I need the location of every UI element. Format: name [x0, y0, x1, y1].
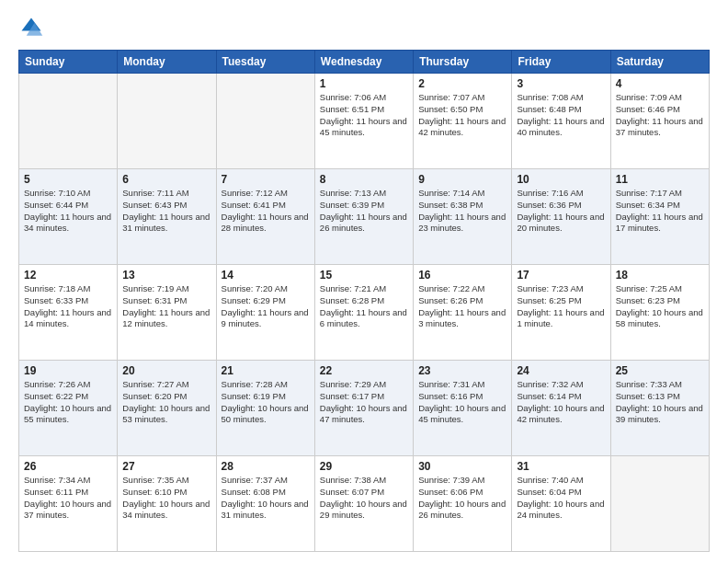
day-info: Sunrise: 7:21 AM Sunset: 6:28 PM Dayligh…: [320, 283, 408, 330]
day-number: 28: [222, 460, 310, 473]
day-info: Sunrise: 7:26 AM Sunset: 6:22 PM Dayligh…: [24, 379, 112, 426]
day-info: Sunrise: 7:35 AM Sunset: 6:10 PM Dayligh…: [122, 475, 210, 522]
table-row: 22Sunrise: 7:29 AM Sunset: 6:17 PM Dayli…: [314, 361, 413, 456]
day-number: 23: [418, 364, 506, 377]
table-row: 31Sunrise: 7:40 AM Sunset: 6:04 PM Dayli…: [512, 456, 610, 552]
calendar-week-row: 19Sunrise: 7:26 AM Sunset: 6:22 PM Dayli…: [19, 361, 710, 456]
table-row: 13Sunrise: 7:19 AM Sunset: 6:31 PM Dayli…: [118, 265, 216, 361]
day-info: Sunrise: 7:16 AM Sunset: 6:36 PM Dayligh…: [517, 188, 605, 235]
table-row: [19, 74, 118, 169]
table-row: 6Sunrise: 7:11 AM Sunset: 6:43 PM Daylig…: [118, 169, 216, 265]
table-row: 15Sunrise: 7:21 AM Sunset: 6:28 PM Dayli…: [314, 265, 413, 361]
logo: [18, 15, 48, 40]
table-row: 23Sunrise: 7:31 AM Sunset: 6:16 PM Dayli…: [414, 361, 512, 456]
day-number: 21: [222, 364, 310, 377]
day-number: 9: [418, 173, 506, 186]
day-number: 29: [320, 460, 408, 473]
table-row: 17Sunrise: 7:23 AM Sunset: 6:25 PM Dayli…: [512, 265, 610, 361]
day-number: 17: [517, 269, 605, 282]
calendar-table: Sunday Monday Tuesday Wednesday Thursday…: [18, 50, 710, 552]
day-number: 19: [24, 364, 112, 377]
table-row: 28Sunrise: 7:37 AM Sunset: 6:08 PM Dayli…: [216, 456, 314, 552]
col-thursday: Thursday: [414, 51, 512, 74]
day-number: 26: [24, 460, 112, 473]
day-info: Sunrise: 7:23 AM Sunset: 6:25 PM Dayligh…: [517, 283, 605, 330]
col-tuesday: Tuesday: [216, 51, 314, 74]
table-row: 16Sunrise: 7:22 AM Sunset: 6:26 PM Dayli…: [414, 265, 512, 361]
calendar-week-row: 12Sunrise: 7:18 AM Sunset: 6:33 PM Dayli…: [19, 265, 710, 361]
col-monday: Monday: [118, 51, 216, 74]
day-number: 27: [122, 460, 210, 473]
day-info: Sunrise: 7:34 AM Sunset: 6:11 PM Dayligh…: [24, 475, 112, 522]
table-row: 1Sunrise: 7:06 AM Sunset: 6:51 PM Daylig…: [314, 74, 413, 169]
day-number: 13: [122, 269, 210, 282]
calendar-week-row: 5Sunrise: 7:10 AM Sunset: 6:44 PM Daylig…: [19, 169, 710, 265]
table-row: 24Sunrise: 7:32 AM Sunset: 6:14 PM Dayli…: [512, 361, 610, 456]
table-row: 21Sunrise: 7:28 AM Sunset: 6:19 PM Dayli…: [216, 361, 314, 456]
table-row: 11Sunrise: 7:17 AM Sunset: 6:34 PM Dayli…: [610, 169, 709, 265]
table-row: 29Sunrise: 7:38 AM Sunset: 6:07 PM Dayli…: [314, 456, 413, 552]
page: Sunday Monday Tuesday Wednesday Thursday…: [0, 0, 728, 563]
day-number: 25: [616, 364, 704, 377]
day-info: Sunrise: 7:17 AM Sunset: 6:34 PM Dayligh…: [616, 188, 704, 235]
day-number: 2: [418, 77, 506, 90]
day-number: 24: [517, 364, 605, 377]
day-number: 16: [418, 269, 506, 282]
day-number: 30: [418, 460, 506, 473]
day-info: Sunrise: 7:33 AM Sunset: 6:13 PM Dayligh…: [616, 379, 704, 426]
table-row: 10Sunrise: 7:16 AM Sunset: 6:36 PM Dayli…: [512, 169, 610, 265]
col-saturday: Saturday: [610, 51, 709, 74]
day-number: 1: [320, 77, 408, 90]
table-row: 8Sunrise: 7:13 AM Sunset: 6:39 PM Daylig…: [314, 169, 413, 265]
day-number: 12: [24, 269, 112, 282]
day-info: Sunrise: 7:39 AM Sunset: 6:06 PM Dayligh…: [418, 475, 506, 522]
logo-icon: [18, 15, 44, 40]
table-row: 25Sunrise: 7:33 AM Sunset: 6:13 PM Dayli…: [610, 361, 709, 456]
table-row: [610, 456, 709, 552]
day-number: 18: [616, 269, 704, 282]
day-info: Sunrise: 7:14 AM Sunset: 6:38 PM Dayligh…: [418, 188, 506, 235]
day-info: Sunrise: 7:32 AM Sunset: 6:14 PM Dayligh…: [517, 379, 605, 426]
calendar-header-row: Sunday Monday Tuesday Wednesday Thursday…: [19, 51, 710, 74]
header: [18, 15, 710, 40]
col-friday: Friday: [512, 51, 610, 74]
day-info: Sunrise: 7:31 AM Sunset: 6:16 PM Dayligh…: [418, 379, 506, 426]
table-row: 3Sunrise: 7:08 AM Sunset: 6:48 PM Daylig…: [512, 74, 610, 169]
table-row: 4Sunrise: 7:09 AM Sunset: 6:46 PM Daylig…: [610, 74, 709, 169]
day-number: 7: [222, 173, 310, 186]
day-info: Sunrise: 7:20 AM Sunset: 6:29 PM Dayligh…: [222, 283, 310, 330]
day-number: 10: [517, 173, 605, 186]
day-info: Sunrise: 7:22 AM Sunset: 6:26 PM Dayligh…: [418, 283, 506, 330]
table-row: 27Sunrise: 7:35 AM Sunset: 6:10 PM Dayli…: [118, 456, 216, 552]
day-number: 8: [320, 173, 408, 186]
table-row: 20Sunrise: 7:27 AM Sunset: 6:20 PM Dayli…: [118, 361, 216, 456]
day-number: 4: [616, 77, 704, 90]
day-info: Sunrise: 7:13 AM Sunset: 6:39 PM Dayligh…: [320, 188, 408, 235]
day-info: Sunrise: 7:37 AM Sunset: 6:08 PM Dayligh…: [222, 475, 310, 522]
table-row: 19Sunrise: 7:26 AM Sunset: 6:22 PM Dayli…: [19, 361, 118, 456]
day-info: Sunrise: 7:38 AM Sunset: 6:07 PM Dayligh…: [320, 475, 408, 522]
day-number: 31: [517, 460, 605, 473]
table-row: 26Sunrise: 7:34 AM Sunset: 6:11 PM Dayli…: [19, 456, 118, 552]
day-info: Sunrise: 7:10 AM Sunset: 6:44 PM Dayligh…: [24, 188, 112, 235]
day-info: Sunrise: 7:12 AM Sunset: 6:41 PM Dayligh…: [222, 188, 310, 235]
table-row: [216, 74, 314, 169]
day-info: Sunrise: 7:19 AM Sunset: 6:31 PM Dayligh…: [122, 283, 210, 330]
day-info: Sunrise: 7:06 AM Sunset: 6:51 PM Dayligh…: [320, 92, 408, 139]
day-number: 3: [517, 77, 605, 90]
table-row: [118, 74, 216, 169]
calendar-week-row: 26Sunrise: 7:34 AM Sunset: 6:11 PM Dayli…: [19, 456, 710, 552]
day-info: Sunrise: 7:11 AM Sunset: 6:43 PM Dayligh…: [122, 188, 210, 235]
calendar-week-row: 1Sunrise: 7:06 AM Sunset: 6:51 PM Daylig…: [19, 74, 710, 169]
day-info: Sunrise: 7:27 AM Sunset: 6:20 PM Dayligh…: [122, 379, 210, 426]
day-info: Sunrise: 7:08 AM Sunset: 6:48 PM Dayligh…: [517, 92, 605, 139]
table-row: 14Sunrise: 7:20 AM Sunset: 6:29 PM Dayli…: [216, 265, 314, 361]
table-row: 7Sunrise: 7:12 AM Sunset: 6:41 PM Daylig…: [216, 169, 314, 265]
day-info: Sunrise: 7:40 AM Sunset: 6:04 PM Dayligh…: [517, 475, 605, 522]
day-number: 6: [122, 173, 210, 186]
day-number: 15: [320, 269, 408, 282]
table-row: 2Sunrise: 7:07 AM Sunset: 6:50 PM Daylig…: [414, 74, 512, 169]
day-number: 5: [24, 173, 112, 186]
table-row: 12Sunrise: 7:18 AM Sunset: 6:33 PM Dayli…: [19, 265, 118, 361]
table-row: 5Sunrise: 7:10 AM Sunset: 6:44 PM Daylig…: [19, 169, 118, 265]
